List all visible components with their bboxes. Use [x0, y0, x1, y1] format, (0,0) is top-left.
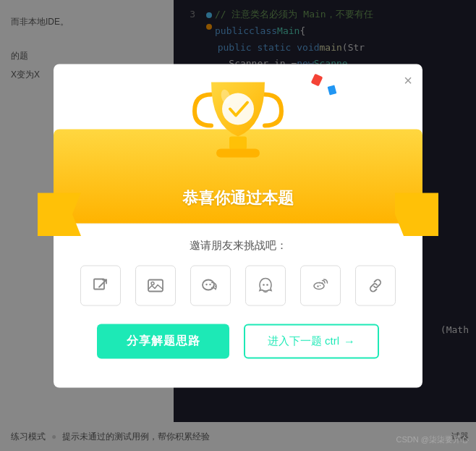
action-buttons-row: 分享解题思路 进入下一题 ctrl → — [75, 324, 401, 358]
modal-close-button[interactable]: × — [404, 72, 412, 87]
share-external-button[interactable] — [80, 265, 121, 305]
watermark: CSDN @柒柒要开心 — [396, 434, 469, 445]
svg-point-15 — [320, 284, 321, 286]
trophy-area: 恭喜你通过本题 — [54, 64, 422, 223]
confetti-red — [311, 73, 323, 86]
share-image-button[interactable] — [135, 265, 176, 305]
svg-point-16 — [322, 282, 323, 284]
svg-rect-1 — [216, 148, 260, 157]
svg-point-7 — [203, 279, 214, 290]
invite-label: 邀请朋友来挑战吧： — [75, 238, 401, 252]
next-problem-label: 进入下一题 ctrl — [268, 334, 339, 348]
share-wechat-button[interactable] — [190, 265, 231, 305]
svg-point-8 — [205, 283, 207, 284]
share-link-button[interactable] — [355, 265, 396, 305]
share-qq-button[interactable] — [245, 265, 286, 305]
share-section: 邀请朋友来挑战吧： — [54, 224, 422, 366]
confetti-blue — [328, 85, 337, 95]
share-icons-row — [75, 265, 401, 305]
svg-point-11 — [215, 285, 216, 287]
next-arrow-icon: → — [344, 334, 355, 347]
share-solution-button[interactable]: 分享解题思路 — [97, 324, 229, 358]
svg-point-10 — [213, 285, 214, 287]
next-problem-button[interactable]: 进入下一题 ctrl → — [244, 324, 379, 358]
trophy-image — [184, 56, 292, 172]
success-modal: × 恭喜你通过本题 — [54, 64, 422, 387]
svg-point-9 — [209, 283, 211, 284]
share-weibo-button[interactable] — [300, 265, 341, 305]
svg-point-13 — [266, 284, 268, 286]
congratulations-text: 恭喜你通过本题 — [182, 187, 294, 208]
svg-rect-5 — [148, 279, 163, 291]
svg-point-6 — [151, 282, 154, 284]
svg-point-14 — [317, 285, 318, 287]
svg-rect-0 — [229, 136, 247, 149]
svg-point-12 — [263, 284, 265, 286]
